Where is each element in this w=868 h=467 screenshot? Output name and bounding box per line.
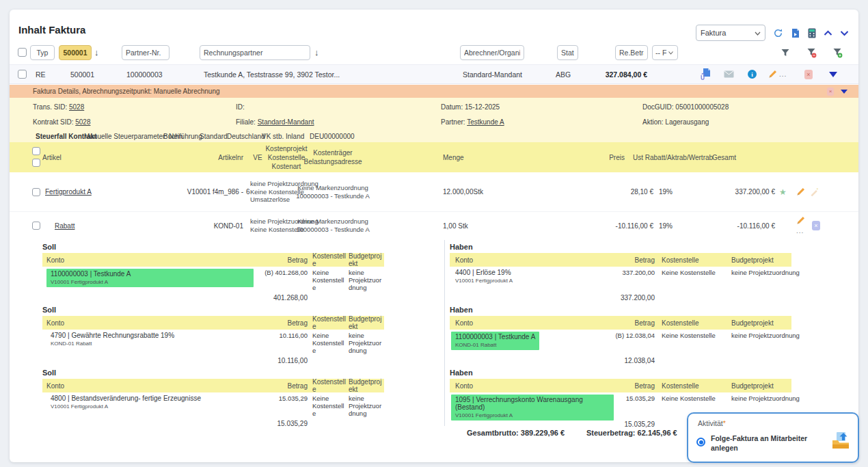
id-label: ID: [236,103,245,111]
activity-radio[interactable] [696,438,705,446]
brutto-label: Gesamtbrutto: [467,429,519,437]
datum-label: Datum: [441,103,463,111]
konto-cell: 4400 | Erlöse 19%V10001 Fertigprodukt A [450,269,614,294]
delete-item-icon[interactable]: × [812,211,820,240]
filter-rebetrag-input[interactable] [615,45,648,60]
trans-sid-link[interactable]: 5028 [69,103,84,111]
item-preis: 28,10 € [591,172,653,211]
calculator-icon[interactable] [808,28,816,38]
filter-add-icon[interactable] [832,48,843,58]
favorite-star-icon: ★ [779,172,787,211]
more-actions[interactable]: ... [779,65,787,83]
item-ust: 19% [659,211,673,240]
invoice-betrag: 327.084,00 € [563,65,647,83]
refresh-icon[interactable] [773,28,783,38]
col-kostenstelle: Kostenstelle [655,382,723,390]
kostenstelle-cell: Keine Kostenstelle [308,395,346,420]
docguid-value: 05001000005028 [675,103,729,111]
datum-value: 15-12-2025 [465,103,500,111]
kontrakt-sid-link[interactable]: 5028 [75,118,90,126]
filter-rechnungspartner-input[interactable] [200,45,310,60]
kontrakt-sid-label: Kontrakt SID: [33,118,73,126]
col-budgetprojekt: Budgetprojekt [723,256,791,264]
invoice-row[interactable]: RE 500001 100000003 Testkunde A, Teststr… [10,64,858,84]
view-select[interactable]: Faktura [696,25,765,41]
konto-cell[interactable]: 1100000003 | Testkunde AKOND-01 Rabatt [451,332,539,350]
filiale-link[interactable]: Standard-Mandant [258,118,314,126]
invoice-partner-nr: 100000003 [126,65,163,83]
edit-item-icon[interactable] [796,172,805,211]
haben-block: Haben Konto Betrag Kostenstelle Budgetpr… [444,303,791,366]
collapse-up-icon[interactable] [824,30,832,36]
col-gesamt: Gesamt [712,142,736,172]
filter-row: ↓ ↓ -- F [10,45,858,63]
soll-block: Soll Konto Betrag Kostenstelle Budgetpro… [42,240,384,303]
col-kostentraeger: KostenträgerBelastungsadresse [288,142,377,172]
col-konto: Konto [42,319,262,327]
filter-typ-input[interactable] [30,45,55,60]
col-betrag: Betrag [614,319,655,327]
invoice-number: 500001 [70,65,94,83]
more-actions[interactable]: ... [796,221,804,240]
expand-down-icon[interactable] [840,30,849,36]
haben-block: Haben Konto Betrag Kostenstelle Budgetpr… [444,240,791,303]
haben-title: Haben [450,303,791,316]
item-checkbox[interactable] [32,188,40,196]
soll-block: Soll Konto Betrag Kostenstelle Budgetpro… [42,366,384,426]
item-gesamt: -10.116,00 € [700,211,775,240]
filter-partner-nr-input[interactable] [122,45,169,60]
delete-icon[interactable]: × [804,65,813,83]
steuer-label: Steuerbetrag: [586,429,636,437]
kostenstelle-cell: Keine Kostenstelle [308,269,346,294]
banner-delete-icon[interactable]: × [827,85,834,98]
sort-descending-icon[interactable]: ↓ [94,47,99,57]
filter-abrechner-input[interactable] [460,45,524,60]
filter-number-input[interactable] [59,45,92,60]
info-icon[interactable]: i [748,65,757,83]
tax-item: Standard [200,133,228,140]
col-budgetprojekt: Budgetprojekt [723,319,791,327]
filter-icon[interactable] [781,48,790,57]
items-select-all-checkbox-2[interactable] [32,159,40,167]
haben-title: Haben [450,240,791,253]
edit-icon[interactable] [768,65,777,83]
filter-status-input[interactable] [557,45,578,60]
konto-cell: 4790 | Gewährte Rechnungsrabatte 19%KOND… [42,332,262,357]
konto-cell[interactable]: 1100000003 | Testkunde AV10001 Fertigpro… [46,269,254,287]
col-kostenstelle: Kostenstelle [308,315,346,330]
select-all-checkbox[interactable] [18,48,27,57]
row-checkbox[interactable] [18,70,27,79]
tax-item: VK stb. Inland [262,133,304,140]
tax-item: Buchführung [163,133,202,140]
soll-title: Soll [42,366,384,379]
filter-remove-icon[interactable] [806,48,817,58]
partner-link[interactable]: Testkunde A [467,118,504,126]
betrag-cell: (B) 401.268,00 [262,269,308,294]
col-konto: Konto [450,319,614,327]
outbox-tray-icon [830,431,851,452]
export-document-icon[interactable] [791,28,800,38]
aktion-value: Lagerausgang [665,118,709,126]
expand-row-icon[interactable] [829,65,837,83]
item-name-link[interactable]: Fertigprodukt A [45,188,92,196]
invoice-typ: RE [36,65,46,83]
page-title: Inhalt Faktura [18,24,85,36]
col-budgetprojekt: Budgetprojekt [723,382,791,390]
items-select-all-checkbox[interactable] [32,147,40,155]
item-name-link[interactable]: Rabatt [55,222,74,230]
filiale-label: Filiale: [236,118,256,126]
filter-mode-select[interactable]: -- F [652,45,678,60]
item-checkbox[interactable] [32,222,40,230]
magic-wand-icon[interactable] [810,172,819,211]
brutto-value: 389.229,96 € [521,429,565,437]
konto-cell[interactable]: 1095 | Verrechnungskonto Warenausgang (B… [451,395,614,421]
col-konto: Konto [42,256,262,264]
attachment-icon[interactable] [700,65,711,83]
email-icon[interactable] [724,65,734,83]
col-artikel: Artikel [42,142,62,172]
sort-descending-icon[interactable]: ↓ [314,47,319,57]
col-kostenstelle: Kostenstelle [655,319,723,327]
banner-collapse-icon[interactable] [841,85,847,98]
col-kostenstelle: Kostenstelle [308,378,346,393]
budget-cell: keine Projektzuordnung [346,269,384,294]
